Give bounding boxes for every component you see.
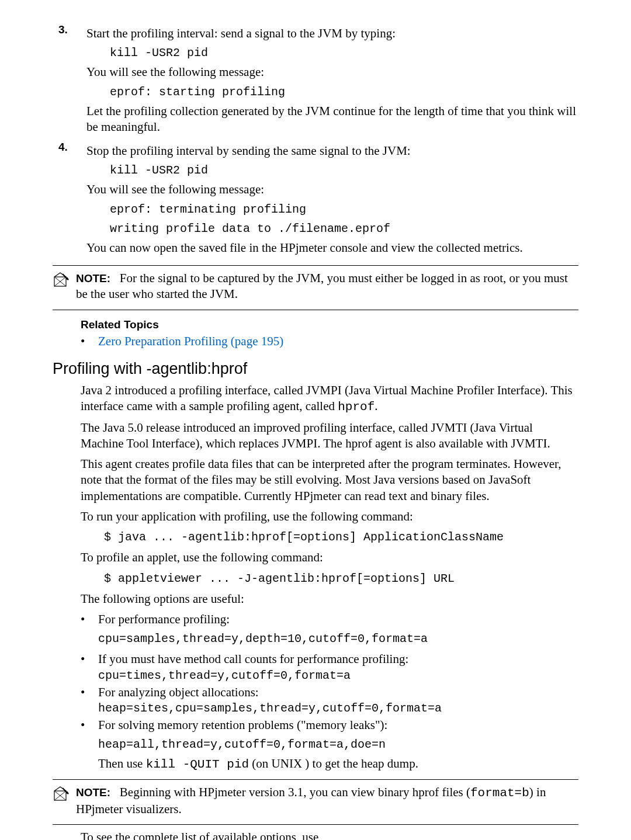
bullet-text: For analyzing object allocations:	[98, 685, 578, 700]
note-label: NOTE:	[76, 272, 110, 284]
note-binary-hprof: NOTE: Beginning with HPjmeter version 3.…	[53, 785, 578, 817]
note-label: NOTE:	[76, 786, 110, 799]
code-java-agentlib: $ java ... -agentlib:hprof[=options] App…	[104, 529, 578, 545]
code-kill-quit: kill -QUIT pid	[146, 758, 249, 771]
note-icon	[53, 785, 76, 803]
bullet-code: heap=sites,cpu=samples,thread=y,cutoff=0…	[98, 700, 578, 716]
step-4-number: 4.	[53, 141, 86, 258]
link-zero-prep-profiling[interactable]: Zero Preparation Profiling (page 195)	[98, 334, 283, 348]
heading-agentlib-hprof: Profiling with -agentlib:hprof	[53, 360, 578, 378]
page-content: 3. Start the profiling interval: send a …	[0, 0, 631, 840]
para-run-app: To run your application with profiling, …	[81, 509, 578, 525]
step-3: 3. Start the profiling interval: send a …	[53, 23, 578, 137]
bullet-text: If you must have method call counts for …	[98, 651, 578, 667]
para-jvmti: The Java 5.0 release introduced an impro…	[81, 420, 578, 452]
bullet-dot: •	[81, 612, 98, 650]
note-signal-text: NOTE: For the signal to be captured by t…	[76, 270, 578, 303]
bullet-tail: Then use kill -QUIT pid (on UNIX ) to ge…	[98, 756, 578, 772]
bullet-dot: •	[81, 334, 98, 349]
step-3-intro: Start the profiling interval: send a sig…	[86, 26, 578, 41]
bullet-code: cpu=times,thread=y,cutoff=0,format=a	[98, 668, 578, 683]
bullet-dot: •	[81, 717, 98, 773]
bullet-perf-profiling: • For performance profiling: cpu=samples…	[81, 612, 578, 650]
bullet-dot: •	[81, 651, 98, 683]
step-4-code-writing: writing profile data to ./filename.eprof	[110, 221, 578, 237]
bullet-method-call-counts: • If you must have method call counts fo…	[81, 651, 578, 683]
bullet-code: cpu=samples,thread=y,depth=10,cutoff=0,f…	[98, 631, 578, 647]
bullet-object-allocations: • For analyzing object allocations: heap…	[81, 685, 578, 716]
step-3-number: 3.	[53, 23, 86, 137]
bullet-text: For performance profiling:	[98, 612, 578, 627]
step-4-code-eprof: eprof: terminating profiling	[110, 202, 578, 217]
step-4-intro: Stop the profiling interval by sending t…	[86, 143, 578, 159]
bullet-memory-leaks: • For solving memory retention problems …	[81, 717, 578, 773]
step-4-code-kill: kill -USR2 pid	[110, 162, 578, 178]
para-options-useful: The following options are useful:	[81, 591, 578, 607]
step-4-body: Stop the profiling interval by sending t…	[86, 141, 578, 258]
step-4-msg-intro: You will see the following message:	[86, 182, 578, 197]
note-binary-hprof-text: NOTE: Beginning with HPjmeter version 3.…	[76, 785, 578, 817]
note-icon	[53, 270, 76, 289]
divider	[53, 824, 578, 825]
step-4-tail: You can now open the saved file in the H…	[86, 240, 578, 256]
divider	[53, 779, 578, 780]
step-3-tail: Let the profiling collection generated b…	[86, 103, 578, 136]
code-format-b: format=b	[470, 786, 529, 800]
step-3-code-eprof: eprof: starting profiling	[110, 84, 578, 100]
code-hprof: hprof	[338, 400, 375, 414]
step-4: 4. Stop the profiling interval by sendin…	[53, 141, 578, 258]
para-agent-desc: This agent creates profile data files th…	[81, 456, 578, 504]
note-body: For the signal to be captured by the JVM…	[76, 271, 568, 301]
para-jvmpi: Java 2 introduced a profiling interface,…	[81, 383, 578, 415]
bullet-text: For solving memory retention problems ("…	[98, 717, 578, 733]
code-appletviewer: $ appletviewer ... -J-agentlib:hprof[=op…	[104, 571, 578, 586]
para-complete-list: To see the complete list of available op…	[81, 829, 578, 840]
step-3-body: Start the profiling interval: send a sig…	[86, 23, 578, 137]
related-topics-heading: Related Topics	[81, 318, 578, 331]
bullet-code: heap=all,thread=y,cutoff=0,format=a,doe=…	[98, 737, 578, 752]
divider	[53, 265, 578, 266]
related-topic-item: • Zero Preparation Profiling (page 195)	[81, 334, 578, 349]
bullet-dot: •	[81, 685, 98, 716]
step-3-msg-intro: You will see the following message:	[86, 64, 578, 80]
divider	[53, 310, 578, 310]
step-3-code-kill: kill -USR2 pid	[110, 45, 578, 61]
note-signal: NOTE: For the signal to be captured by t…	[53, 270, 578, 303]
para-applet: To profile an applet, use the following …	[81, 550, 578, 565]
